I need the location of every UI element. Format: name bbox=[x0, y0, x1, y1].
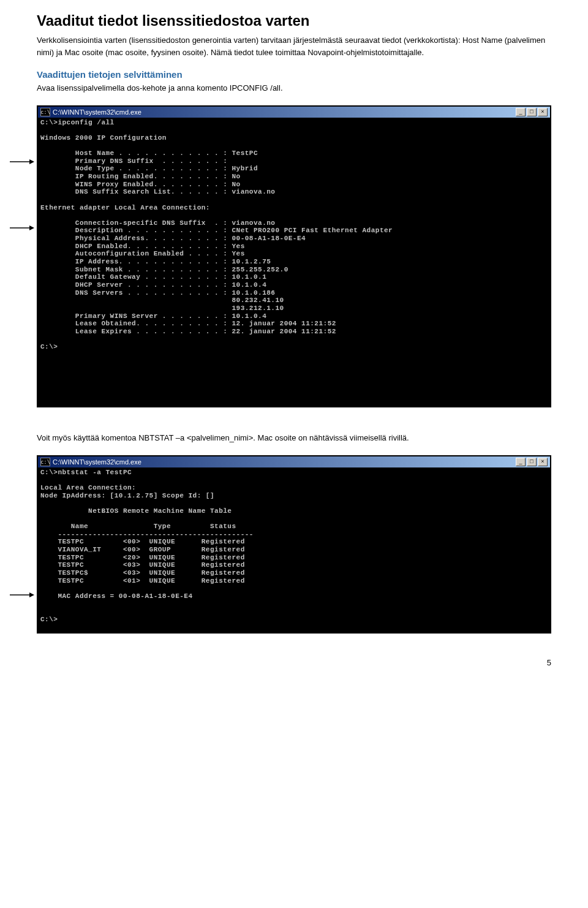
cmd-titlebar: c:\ C:\WINNT\system32\cmd.exe _ □ × bbox=[38, 456, 550, 467]
close-button[interactable]: × bbox=[538, 458, 548, 466]
intro-paragraph: Verkkolisensiointia varten (lisenssitied… bbox=[37, 34, 551, 58]
cmd-window-nbtstat-wrapper: c:\ C:\WINNT\system32\cmd.exe _ □ × C:\>… bbox=[37, 455, 551, 634]
svg-marker-1 bbox=[29, 159, 34, 164]
maximize-button[interactable]: □ bbox=[527, 108, 537, 116]
cmd-output-nbtstat: C:\>nbtstat -a TestPC Local Area Connect… bbox=[38, 467, 550, 632]
window-controls: _ □ × bbox=[516, 458, 548, 466]
minimize-button[interactable]: _ bbox=[516, 458, 526, 466]
maximize-button[interactable]: □ bbox=[527, 458, 537, 466]
cmd-window-nbtstat: c:\ C:\WINNT\system32\cmd.exe _ □ × C:\>… bbox=[37, 455, 551, 634]
section-subheading: Vaadittujen tietojen selvittäminen bbox=[37, 69, 551, 80]
cmd-window-ipconfig-wrapper: c:\ C:\WINNT\system32\cmd.exe _ □ × C:\>… bbox=[37, 105, 551, 408]
cmd-window-ipconfig: c:\ C:\WINNT\system32\cmd.exe _ □ × C:\>… bbox=[37, 105, 551, 408]
arrow-physical-address bbox=[10, 224, 34, 232]
cmd-title-text: C:\WINNT\system32\cmd.exe bbox=[53, 108, 141, 116]
cmd-title-text: C:\WINNT\system32\cmd.exe bbox=[53, 458, 141, 466]
arrow-mac-address bbox=[10, 591, 34, 599]
close-button[interactable]: × bbox=[538, 108, 548, 116]
svg-marker-3 bbox=[29, 225, 34, 230]
cmd-icon: c:\ bbox=[40, 458, 50, 466]
between-paragraph: Voit myös käyttää komentoa NBTSTAT –a <p… bbox=[37, 432, 551, 444]
cmd-titlebar: c:\ C:\WINNT\system32\cmd.exe _ □ × bbox=[38, 107, 550, 118]
minimize-button[interactable]: _ bbox=[516, 108, 526, 116]
arrow-hostname bbox=[10, 158, 34, 165]
cmd-icon: c:\ bbox=[40, 108, 50, 116]
cmd-output-ipconfig: C:\>ipconfig /all Windows 2000 IP Config… bbox=[38, 118, 550, 407]
svg-marker-5 bbox=[29, 592, 34, 597]
section-subtext: Avaa lisenssipalvelimella dos-kehote ja … bbox=[37, 82, 551, 94]
window-controls: _ □ × bbox=[516, 108, 548, 116]
page-title: Vaaditut tiedot lisenssitiedostoa varten bbox=[37, 12, 551, 29]
page-number: 5 bbox=[37, 658, 551, 667]
